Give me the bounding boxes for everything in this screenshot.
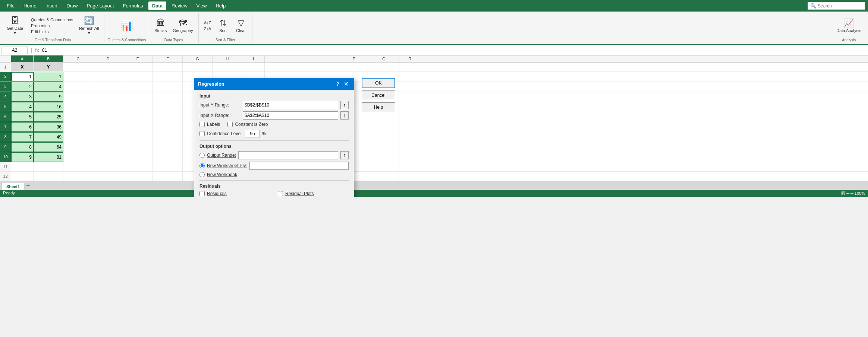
- cell-e2[interactable]: [123, 72, 153, 82]
- cell-a11[interactable]: [11, 162, 34, 171]
- formula-input[interactable]: [41, 47, 867, 54]
- confidence-value-input[interactable]: [245, 130, 260, 137]
- cell-q7[interactable]: [369, 122, 399, 132]
- cell-c9[interactable]: [63, 142, 93, 152]
- cell-r2[interactable]: [399, 72, 421, 82]
- col-header-p[interactable]: P: [339, 55, 369, 62]
- menu-view[interactable]: View: [193, 1, 211, 10]
- x-range-input[interactable]: [243, 111, 338, 120]
- residual-plots-checkbox[interactable]: [278, 191, 283, 196]
- sort-button[interactable]: ⇅ Sort: [215, 17, 231, 34]
- cell-r1[interactable]: [399, 63, 421, 71]
- cell-q8[interactable]: [369, 132, 399, 142]
- queries-connections-big-button[interactable]: 📊: [118, 18, 135, 33]
- cell-a6[interactable]: 5: [11, 112, 34, 122]
- cell-a12[interactable]: [11, 172, 34, 181]
- cell-e10[interactable]: [123, 152, 153, 162]
- menu-help[interactable]: Help: [212, 1, 229, 10]
- cell-a10[interactable]: 9: [11, 152, 34, 162]
- cell-a3[interactable]: 2: [11, 82, 34, 92]
- cell-c10[interactable]: [63, 152, 93, 162]
- cell-c3[interactable]: [63, 82, 93, 92]
- cell-e12[interactable]: [123, 172, 153, 181]
- cell-c7[interactable]: [63, 122, 93, 132]
- menu-formulas[interactable]: Formulas: [119, 1, 147, 10]
- col-header-c[interactable]: C: [63, 55, 93, 62]
- help-button[interactable]: Help: [362, 102, 395, 112]
- cell-q9[interactable]: [369, 142, 399, 152]
- cell-b1[interactable]: Y: [34, 63, 63, 71]
- new-worksheet-radio[interactable]: [199, 163, 205, 168]
- cell-c5[interactable]: [63, 102, 93, 112]
- cell-d1[interactable]: [93, 63, 123, 71]
- cell-d7[interactable]: [93, 122, 123, 132]
- cell-b6[interactable]: 25: [34, 112, 63, 122]
- x-range-collapse-button[interactable]: ↑: [340, 111, 349, 120]
- queries-connections-button[interactable]: Queries & Connections: [29, 17, 75, 22]
- new-workbook-radio[interactable]: [199, 172, 205, 177]
- cell-f4[interactable]: [153, 92, 183, 102]
- menu-insert[interactable]: Insert: [42, 1, 62, 10]
- cell-b9[interactable]: 64: [34, 142, 63, 152]
- cell-i1[interactable]: [242, 63, 265, 71]
- cell-r10[interactable]: [399, 152, 421, 162]
- col-header-a[interactable]: A: [11, 55, 34, 62]
- refresh-all-button[interactable]: 🔄 Refresh All ▼: [77, 15, 101, 36]
- cell-f2[interactable]: [153, 72, 183, 82]
- edit-links-button[interactable]: Edit Links: [29, 29, 75, 34]
- cell-b10[interactable]: 81: [34, 152, 63, 162]
- cell-e8[interactable]: [123, 132, 153, 142]
- cell-e3[interactable]: [123, 82, 153, 92]
- col-header-f[interactable]: F: [153, 55, 183, 62]
- col-header-e[interactable]: E: [123, 55, 153, 62]
- cell-c2[interactable]: [63, 72, 93, 82]
- cell-b3[interactable]: 4: [34, 82, 63, 92]
- cell-d6[interactable]: [93, 112, 123, 122]
- output-range-input[interactable]: [238, 151, 338, 159]
- cell-a1[interactable]: X: [11, 63, 34, 71]
- col-header-b[interactable]: B: [34, 55, 63, 62]
- cell-e6[interactable]: [123, 112, 153, 122]
- col-header-g[interactable]: G: [183, 55, 213, 62]
- cell-a9[interactable]: 8: [11, 142, 34, 152]
- sort-az-button[interactable]: A↓Z: [202, 20, 214, 25]
- sort-za-button[interactable]: Z↓A: [202, 26, 214, 31]
- cell-c11[interactable]: [63, 162, 93, 171]
- menu-draw[interactable]: Draw: [63, 1, 81, 10]
- cell-c4[interactable]: [63, 92, 93, 102]
- col-header-r[interactable]: R: [399, 55, 421, 62]
- cell-e9[interactable]: [123, 142, 153, 152]
- col-header-q[interactable]: Q: [369, 55, 399, 62]
- col-header-d[interactable]: D: [93, 55, 123, 62]
- cell-f12[interactable]: [153, 172, 183, 181]
- cell-q11[interactable]: [369, 162, 399, 171]
- output-range-radio[interactable]: [199, 153, 205, 158]
- cell-f8[interactable]: [153, 132, 183, 142]
- cell-f9[interactable]: [153, 142, 183, 152]
- cell-d10[interactable]: [93, 152, 123, 162]
- cell-e1[interactable]: [123, 63, 153, 71]
- cell-f11[interactable]: [153, 162, 183, 171]
- dialog-close-button[interactable]: ✕: [342, 80, 350, 88]
- cell-c8[interactable]: [63, 132, 93, 142]
- cell-r6[interactable]: [399, 112, 421, 122]
- cell-b4[interactable]: 9: [34, 92, 63, 102]
- cell-c12[interactable]: [63, 172, 93, 181]
- cell-b11[interactable]: [34, 162, 63, 171]
- cell-a7[interactable]: 6: [11, 122, 34, 132]
- cell-d12[interactable]: [93, 172, 123, 181]
- add-sheet-button[interactable]: +: [25, 182, 32, 190]
- geography-button[interactable]: 🗺 Geography: [170, 17, 195, 34]
- cell-e5[interactable]: [123, 102, 153, 112]
- cell-r4[interactable]: [399, 92, 421, 102]
- cell-b2[interactable]: 1: [34, 72, 63, 82]
- cell-q12[interactable]: [369, 172, 399, 181]
- cell-a4[interactable]: 3: [11, 92, 34, 102]
- cell-r7[interactable]: [399, 122, 421, 132]
- y-range-input[interactable]: [243, 101, 338, 109]
- cell-f10[interactable]: [153, 152, 183, 162]
- menu-home[interactable]: Home: [20, 1, 40, 10]
- cell-b12[interactable]: [34, 172, 63, 181]
- cell-a2[interactable]: 1: [11, 72, 34, 82]
- cell-h1[interactable]: [213, 63, 242, 71]
